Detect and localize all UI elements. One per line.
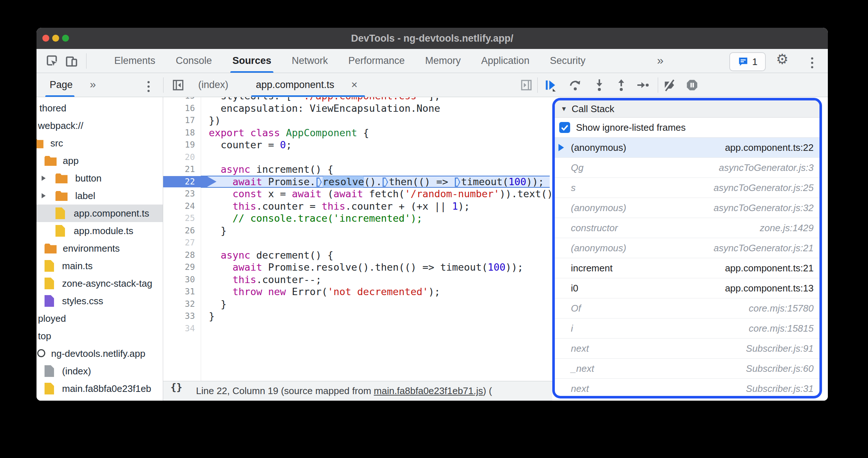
code-line-34[interactable]: 34 [163,322,552,335]
tree-item-zone-async-stack-tag[interactable]: zone-async-stack-tag [37,275,163,292]
callstack-frame[interactable]: QgasyncToGenerator.js:3 [555,158,819,178]
line-number[interactable]: 21 [163,163,195,176]
line-number[interactable]: 28 [163,249,195,262]
line-number[interactable]: 18 [163,127,195,139]
tree-item--index-[interactable]: (index) [37,362,163,380]
close-tab-icon[interactable]: × [351,73,358,97]
line-number[interactable]: 19 [163,139,195,151]
tree-item-webpack-[interactable]: webpack:// [37,117,163,134]
callstack-frame[interactable]: nextSubscriber.js:31 [555,379,819,398]
code-line-27[interactable]: 27 [163,237,552,249]
code-line-16[interactable]: 16 encapsulation: ViewEncapsulation.None [163,102,552,115]
device-toolbar-icon[interactable] [64,54,79,68]
sidebar-more-tabs[interactable]: » [90,73,96,97]
code-line-25[interactable]: 25 // console.trace('incremented'); [163,212,552,225]
issues-button[interactable]: 1 [729,52,766,71]
line-number[interactable]: 31 [163,286,195,298]
editor-tab-index[interactable]: (index) [198,73,228,97]
callstack-frame[interactable]: constructorzone.js:1429 [555,218,819,238]
async-step-marker-icon[interactable] [383,178,388,187]
code-line-30[interactable]: 30 this.counter--; [163,274,552,286]
code-line-28[interactable]: 28 async decrement() { [163,249,552,262]
tree-item-top[interactable]: top [37,327,163,345]
more-tabs-button[interactable]: » [657,49,664,73]
frame-location[interactable]: app.component.ts:22 [725,138,814,157]
code-line-17[interactable]: 17}) [163,114,552,127]
line-number[interactable]: 33 [163,310,195,322]
tree-item-app-module-ts[interactable]: app.module.ts [37,222,163,240]
callstack-frame[interactable]: Ofcore.mjs:15780 [555,298,819,318]
line-number[interactable]: 25 [163,212,195,225]
collapse-caret-icon[interactable]: ▼ [561,100,567,117]
resume-script-icon[interactable] [543,78,558,92]
code-line-33[interactable]: 33} [163,310,552,322]
toggle-debugger-sidebar-icon[interactable] [519,78,534,92]
frame-location[interactable]: zone.js:1429 [760,218,814,238]
line-number[interactable]: 16 [163,102,195,115]
tree-item-label[interactable]: label [37,187,163,205]
tab-network[interactable]: Network [292,49,328,73]
pause-on-exceptions-icon[interactable] [685,78,699,92]
line-number[interactable]: 34 [163,322,195,335]
tab-performance[interactable]: Performance [348,49,405,73]
line-number[interactable]: 32 [163,298,195,310]
line-number[interactable]: 26 [163,225,195,237]
tab-sources[interactable]: Sources [233,49,272,73]
code-line-20[interactable]: 20 [163,151,552,164]
code-line-22[interactable]: 22 await Promise.resolve().then(() => ti… [163,176,552,188]
line-number[interactable]: 17 [163,114,195,127]
callstack-frame[interactable]: (anonymous)app.component.ts:22 [555,138,819,158]
frame-location[interactable]: core.mjs:15815 [749,318,814,338]
frame-location[interactable]: asyncToGenerator.js:32 [714,198,814,218]
tab-application[interactable]: Application [481,49,529,73]
devtools-menu-icon[interactable] [811,57,813,68]
line-number[interactable]: 15 [163,97,195,102]
frame-location[interactable]: app.component.ts:21 [725,258,814,278]
callstack-frame[interactable]: nextSubscriber.js:91 [555,339,819,359]
tree-item-src[interactable]: src [37,134,163,152]
code-line-31[interactable]: 31 throw new Error('not decremented'); [163,286,552,298]
pretty-print-icon[interactable]: {} [170,381,183,401]
frame-location[interactable]: Subscriber.js:60 [746,359,814,378]
line-number[interactable]: 24 [163,200,195,213]
line-number[interactable]: 30 [163,274,195,286]
frame-location[interactable]: Subscriber.js:91 [746,339,814,358]
frame-location[interactable]: app.component.ts:13 [725,278,814,298]
line-number[interactable]: 29 [163,261,195,274]
frame-location[interactable]: asyncToGenerator.js:3 [719,158,814,178]
step-over-icon[interactable] [568,78,583,92]
tab-elements[interactable]: Elements [114,49,155,73]
source-map-link[interactable]: main.fa8bfa0e23f1eb71.js [374,385,483,396]
callstack-frame[interactable]: (anonymous)asyncToGenerator.js:21 [555,238,819,258]
callstack-frame[interactable]: (anonymous)asyncToGenerator.js:32 [555,198,819,218]
tree-item-styles-css[interactable]: styles.css [37,292,163,310]
tree-item-app[interactable]: app [37,152,163,169]
callstack-frame[interactable]: _nextSubscriber.js:60 [555,359,819,379]
tree-item-thored[interactable]: thored [37,99,163,117]
expand-arrow-icon[interactable] [42,193,46,198]
code-line-24[interactable]: 24 this.counter = this.counter + (+x || … [163,200,552,213]
tree-item-main-fa8bfa0e23f1eb[interactable]: main.fa8bfa0e23f1eb [37,380,163,397]
callstack-frame[interactable]: sasyncToGenerator.js:25 [555,178,819,198]
code-line-21[interactable]: 21 async increment() { [163,163,552,176]
line-number[interactable]: 27 [163,237,195,249]
tree-item-main-ts[interactable]: main.ts [37,257,163,275]
tab-memory[interactable]: Memory [425,49,461,73]
frame-location[interactable]: asyncToGenerator.js:25 [714,178,814,198]
editor-tab-app-component[interactable]: app.component.ts [256,73,334,97]
code-line-15[interactable]: 15 styleUrls: [ './app.component.css' ], [163,97,552,102]
tree-item-ployed[interactable]: ployed [37,310,163,327]
step-out-icon[interactable] [614,78,629,92]
collapse-sidebar-icon[interactable] [171,78,185,92]
frame-location[interactable]: asyncToGenerator.js:21 [714,238,814,258]
inspect-element-icon[interactable] [45,54,59,68]
step-into-icon[interactable] [592,78,607,92]
code-line-32[interactable]: 32 } [163,298,552,310]
code-line-29[interactable]: 29 await Promise.resolve().then(() => ti… [163,261,552,274]
code-line-18[interactable]: 18export class AppComponent { [163,127,552,139]
sidebar-menu-icon[interactable] [147,81,150,92]
tree-item-environments[interactable]: environments [37,240,163,257]
tree-item-ng-devtools-netlify-app[interactable]: ng-devtools.netlify.app [37,345,163,362]
callstack-frame[interactable]: i0app.component.ts:13 [555,278,819,298]
call-stack-header[interactable]: ▼ Call Stack [555,100,819,118]
